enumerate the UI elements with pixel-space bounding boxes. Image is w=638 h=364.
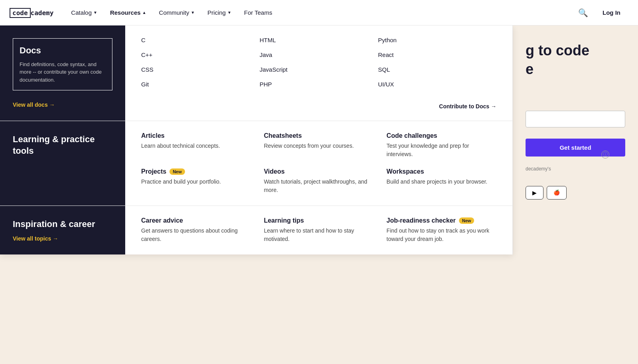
app-buttons: ▶ 🍎 (526, 186, 625, 200)
docs-link-uiux[interactable]: UI/UX (378, 81, 496, 88)
docs-link-git[interactable]: Git (141, 81, 260, 88)
cheatsheets-title[interactable]: Cheatsheets (264, 132, 374, 139)
inspiration-label-panel: Inspiration & career View all topics → (0, 206, 125, 254)
pricing-arrow-icon: ▼ (227, 10, 231, 15)
tool-videos: Videos Watch tutorials, project walkthro… (264, 168, 374, 194)
catalog-arrow-icon: ▼ (93, 10, 97, 15)
code-challenges-desc: Test your knowledge and prep for intervi… (386, 142, 496, 159)
docs-link-python[interactable]: Python (378, 37, 496, 43)
google-play-button[interactable]: ▶ (526, 186, 543, 200)
docs-col-2: HTML Java JavaScript PHP (260, 37, 378, 110)
google-play-icon: ▶ (532, 190, 537, 196)
docs-link-java[interactable]: Java (260, 51, 378, 58)
docs-content: C C++ CSS Git HTML Java JavaScript PHP P… (125, 25, 512, 121)
learning-tips-title[interactable]: Learning tips (264, 217, 374, 224)
docs-link-javascript[interactable]: JavaScript (260, 66, 378, 73)
cheatsheets-desc: Review concepts from your courses. (264, 142, 374, 150)
tool-job-readiness: Job-readiness checker New Find out how t… (386, 217, 496, 243)
job-readiness-desc: Find out how to stay on track as you wor… (386, 227, 496, 243)
navbar: codecademy Catalog ▼ Resources ▲ Communi… (0, 0, 638, 25)
nav-for-teams[interactable]: For Teams (239, 6, 277, 19)
app-store-button[interactable]: 🍎 (547, 186, 567, 200)
inspiration-content: Career advice Get answers to questions a… (125, 206, 512, 254)
learning-section: Learning & practice tools Articles Learn… (0, 121, 512, 206)
view-all-docs-link[interactable]: View all docs → (13, 102, 112, 108)
login-button[interactable]: Log In (595, 6, 628, 19)
logo[interactable]: codecademy (10, 8, 53, 17)
videos-desc: Watch tutorials, project walkthroughs, a… (264, 178, 374, 194)
learning-label-panel: Learning & practice tools (0, 121, 125, 205)
tool-learning-tips: Learning tips Learn where to start and h… (264, 217, 374, 243)
tool-career-advice: Career advice Get answers to questions a… (141, 217, 251, 243)
apple-icon: 🍎 (553, 190, 560, 196)
email-input[interactable] (526, 111, 625, 127)
docs-label-panel: Docs Find definitions, code syntax, and … (0, 25, 125, 121)
docs-link-react[interactable]: React (378, 51, 496, 58)
docs-description: Find definitions, code syntax, and more … (20, 61, 106, 84)
get-started-button[interactable]: Get started (526, 139, 625, 157)
career-advice-title[interactable]: Career advice (141, 217, 251, 224)
learning-content: Articles Learn about technical concepts.… (125, 121, 512, 205)
docs-link-cpp[interactable]: C++ (141, 51, 260, 58)
nav-right: 🔍 Log In (578, 6, 628, 19)
nav-resources[interactable]: Resources ▲ (105, 6, 151, 19)
hero-background: g to code e ⓘ Get started decademy's ▶ 🍎 (513, 25, 638, 364)
docs-col-1: C C++ CSS Git (141, 37, 260, 110)
nav-pricing[interactable]: Pricing ▼ (203, 6, 236, 19)
workspaces-title[interactable]: Workspaces (386, 168, 496, 175)
docs-link-html[interactable]: HTML (260, 37, 378, 43)
tool-articles: Articles Learn about technical concepts. (141, 132, 251, 159)
hero-small-text: decademy's (526, 166, 625, 172)
tools-grid: Articles Learn about technical concepts.… (141, 132, 496, 194)
nav-links: Catalog ▼ Resources ▲ Community ▼ Pricin… (66, 6, 578, 19)
hero-title: g to code e (526, 41, 625, 79)
resources-arrow-icon: ▲ (142, 10, 146, 15)
tool-code-challenges: Code challenges Test your knowledge and … (386, 132, 496, 159)
tool-workspaces: Workspaces Build and share projects in y… (386, 168, 496, 194)
docs-link-css[interactable]: CSS (141, 66, 260, 73)
code-challenges-title[interactable]: Code challenges (386, 132, 496, 139)
community-arrow-icon: ▼ (191, 10, 195, 15)
workspaces-desc: Build and share projects in your browser… (386, 178, 496, 186)
info-icon: ⓘ (601, 151, 609, 159)
inspiration-title: Inspiration & career (13, 219, 112, 230)
learning-tips-desc: Learn where to start and how to stay mot… (264, 227, 374, 243)
tool-cheatsheets: Cheatsheets Review concepts from your co… (264, 132, 374, 159)
docs-col-3: Python React SQL UI/UX Contribute to Doc… (378, 37, 496, 110)
resources-dropdown: Docs Find definitions, code syntax, and … (0, 25, 513, 254)
docs-box: Docs Find definitions, code syntax, and … (13, 38, 112, 90)
contribute-to-docs-link[interactable]: Contribute to Docs → (439, 103, 496, 110)
docs-section: Docs Find definitions, code syntax, and … (0, 25, 512, 121)
docs-link-c[interactable]: C (141, 37, 260, 43)
docs-link-php[interactable]: PHP (260, 81, 378, 88)
career-advice-desc: Get answers to questions about coding ca… (141, 227, 251, 243)
articles-desc: Learn about technical concepts. (141, 142, 251, 150)
job-readiness-title[interactable]: Job-readiness checker New (386, 217, 496, 224)
job-readiness-new-badge: New (459, 217, 475, 224)
projects-new-badge: New (169, 168, 185, 175)
nav-community[interactable]: Community ▼ (154, 6, 200, 19)
docs-links-grid: C C++ CSS Git HTML Java JavaScript PHP P… (141, 37, 496, 110)
nav-catalog[interactable]: Catalog ▼ (66, 6, 102, 19)
search-icon[interactable]: 🔍 (578, 8, 588, 18)
view-all-topics-link[interactable]: View all topics → (13, 235, 112, 242)
learning-title: Learning & practice tools (13, 134, 112, 157)
projects-title[interactable]: Projects New (141, 168, 251, 175)
docs-title: Docs (20, 45, 106, 57)
projects-desc: Practice and build your portfolio. (141, 178, 251, 186)
videos-title[interactable]: Videos (264, 168, 374, 175)
docs-link-sql[interactable]: SQL (378, 66, 496, 73)
tool-projects: Projects New Practice and build your por… (141, 168, 251, 194)
inspiration-section: Inspiration & career View all topics → C… (0, 206, 512, 254)
articles-title[interactable]: Articles (141, 132, 251, 139)
inspiration-grid: Career advice Get answers to questions a… (141, 217, 496, 243)
